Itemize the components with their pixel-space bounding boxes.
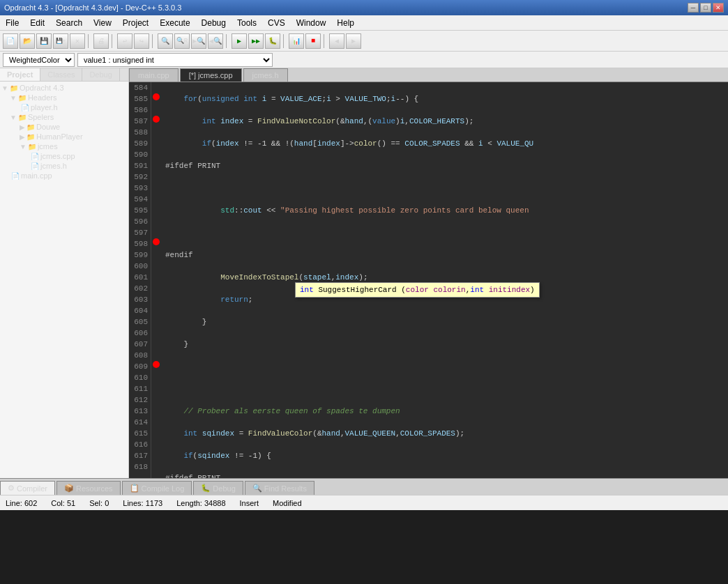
douwe-icon: 📁	[26, 123, 35, 131]
sidebar-tab-classes[interactable]: Classes	[40, 68, 82, 81]
tab-find-results[interactable]: 🔍 Find Results	[245, 481, 314, 495]
compiler-tab-label: Compiler	[17, 484, 47, 493]
run-button[interactable]: ▶▶	[248, 33, 264, 49]
sidebar-tab-project[interactable]: Project	[0, 68, 40, 81]
tree-player-h[interactable]: 📄 player.h	[0, 102, 128, 112]
tab-debug[interactable]: 🐛 Debug	[193, 481, 243, 495]
tree-douwe-label: Douwe	[36, 123, 60, 131]
menu-search[interactable]: Search	[50, 17, 88, 29]
status-sel: Sel: 0	[89, 499, 109, 507]
menu-file[interactable]: File	[0, 17, 24, 29]
tree-humanplayer[interactable]: ▶ 📁 HumanPlayer	[0, 132, 128, 141]
status-mode: Insert	[240, 499, 259, 507]
sidebar-tab-debug[interactable]: Debug	[82, 68, 119, 81]
find-next-button[interactable]: ▶🔍	[191, 33, 206, 49]
status-line: Line: 602	[6, 499, 37, 507]
menu-view[interactable]: View	[88, 17, 117, 29]
menu-help[interactable]: Help	[331, 17, 360, 29]
tree-spelers-label: Spelers	[28, 113, 54, 121]
tree-spelers[interactable]: ▼ 📁 Spelers	[0, 112, 128, 122]
editor-tabs: main.cpp [*] jcmes.cpp jcmes.h	[129, 68, 728, 82]
find-prev-button[interactable]: ◀🔍	[208, 33, 223, 49]
toolbar-sep3	[152, 34, 155, 48]
humanplayer-expand: ▶	[20, 133, 25, 141]
tab-jcmes-h[interactable]: jcmes.h	[243, 68, 288, 82]
code-area[interactable]: 584 585 586 587 588 589 590 591 592 593 …	[129, 82, 728, 478]
tree-jcmes-label: jcmes	[38, 142, 58, 151]
ac-close: )	[530, 286, 535, 294]
find-results-label: Find Results	[264, 484, 307, 493]
code-wrapper: main.cpp [*] jcmes.cpp jcmes.h 584 585 5…	[129, 68, 728, 478]
ac-keyword: int	[300, 286, 314, 294]
close-file-button[interactable]: ✕	[70, 33, 85, 49]
window-controls[interactable]: ─ □ ✕	[688, 3, 724, 13]
find-button[interactable]: 🔍	[158, 33, 173, 49]
maximize-button[interactable]: □	[700, 3, 711, 13]
code-line-595: }	[165, 339, 728, 350]
tree-root[interactable]: ▼ 📁 Opdracht 4.3	[0, 83, 128, 93]
class-selector[interactable]: WeightedColor	[3, 53, 75, 67]
ac-param1: color colorin	[406, 286, 466, 294]
expand-icon: ▼	[1, 84, 8, 92]
menu-execute[interactable]: Execute	[154, 17, 195, 29]
humanplayer-icon: 📁	[26, 133, 35, 141]
print-button[interactable]: 🖨	[93, 33, 109, 49]
tab-jcmes-cpp[interactable]: [*] jcmes.cpp	[180, 68, 242, 82]
next-button[interactable]: ▶	[346, 33, 361, 49]
menu-debug[interactable]: Debug	[196, 17, 232, 29]
spelers-expand: ▼	[10, 114, 17, 121]
tree-jcmes-cpp[interactable]: 📄 jcmes.cpp	[0, 151, 128, 161]
tree-humanplayer-label: HumanPlayer	[36, 132, 83, 141]
code-line-598: if(sqindex != -1) {	[165, 450, 728, 461]
jcmes-expand: ▼	[20, 143, 26, 151]
save-button[interactable]: 💾	[36, 33, 52, 49]
debug-button[interactable]: 🐛	[265, 33, 280, 49]
tab-compiler[interactable]: ⚙ Compiler	[0, 481, 55, 495]
menu-window[interactable]: Window	[291, 17, 332, 29]
tree-jcmes[interactable]: ▼ 📁 jcmes	[0, 141, 128, 151]
new-button[interactable]: 📄	[3, 33, 18, 49]
chart-button[interactable]: 📊	[289, 33, 304, 49]
code-line-592: MoveIndexToStapel(stapel,index);	[165, 272, 728, 283]
compile-log-label: Compile Log	[142, 484, 185, 493]
prev-button[interactable]: ◀	[329, 33, 344, 49]
menu-edit[interactable]: Edit	[24, 17, 50, 29]
toolbar-sep2	[112, 34, 114, 48]
find-results-icon: 🔍	[252, 484, 262, 493]
menu-cvs[interactable]: CVS	[262, 17, 291, 29]
method-selector[interactable]: value1 : unsigned int	[77, 53, 273, 67]
breakpoint-585	[153, 93, 160, 100]
main-cpp-icon: 📄	[11, 172, 20, 180]
jcmes-cpp-icon: 📄	[31, 153, 39, 160]
close-button[interactable]: ✕	[713, 3, 724, 13]
tab-resources[interactable]: 📦 Resources	[56, 481, 121, 495]
code-content[interactable]: for(unsigned int i = VALUE_ACE;i > VALUE…	[161, 82, 728, 478]
undo-button[interactable]: ↩	[117, 33, 132, 49]
minimize-button[interactable]: ─	[688, 3, 699, 13]
toolbar-sep4	[226, 34, 229, 48]
code-line-585: int index = FindValueNotColor(&hand,(val…	[165, 116, 728, 127]
tree-douwe[interactable]: ▶ 📁 Douwe	[0, 122, 128, 132]
open-button[interactable]: 📂	[20, 33, 35, 49]
replace-button[interactable]: 🔍R	[174, 33, 190, 49]
menu-tools[interactable]: Tools	[232, 17, 262, 29]
tree-main-cpp[interactable]: 📄 main.cpp	[0, 171, 128, 180]
code-line-590	[165, 227, 728, 238]
status-bar: Line: 602 Col: 51 Sel: 0 Lines: 1173 Len…	[0, 495, 728, 510]
tree-headers[interactable]: ▼ 📁 Headers	[0, 93, 128, 102]
toolbar-sep6	[324, 34, 326, 48]
compile-button[interactable]: ▶	[232, 33, 247, 49]
redo-button[interactable]: ↪	[134, 33, 149, 49]
compiler-tab-icon: ⚙	[8, 484, 15, 493]
menu-project[interactable]: Project	[117, 17, 154, 29]
tree-jcmes-h[interactable]: 📄 jcmes.h	[0, 161, 128, 171]
app-title: Opdracht 4.3 - [Opdracht 4.3.dev] - Dev-…	[4, 3, 181, 12]
save-all-button[interactable]: 💾+	[53, 33, 68, 49]
code-line-596	[165, 361, 728, 372]
stop-button[interactable]: ■	[305, 33, 321, 49]
compile-log-icon: 📋	[130, 484, 139, 493]
toolbar-sep1	[88, 34, 91, 48]
bottom-panel-tabs: ⚙ Compiler 📦 Resources 📋 Compile Log 🐛 D…	[0, 478, 728, 495]
tab-main-cpp[interactable]: main.cpp	[129, 68, 179, 82]
tab-compile-log[interactable]: 📋 Compile Log	[122, 481, 192, 495]
